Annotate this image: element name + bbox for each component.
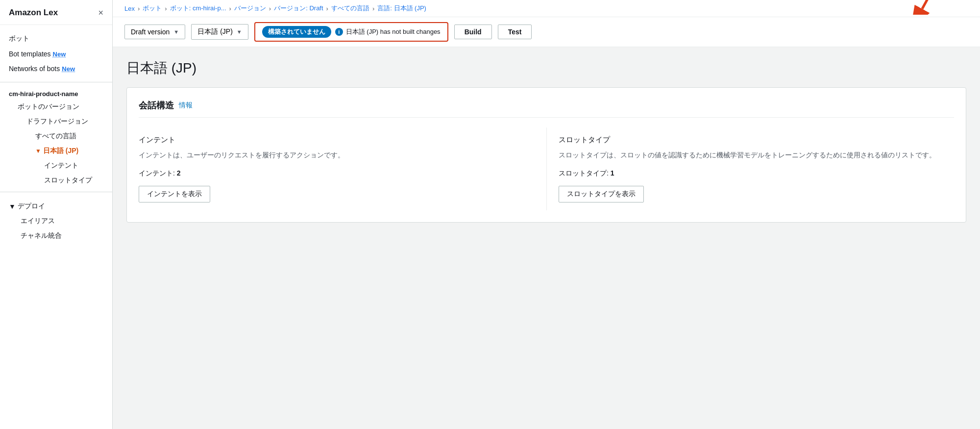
build-status-text: 日本語 (JP) has not built changes [346, 27, 441, 36]
sidebar-item-all-languages[interactable]: すべての言語 [0, 129, 112, 144]
sidebar-title: Amazon Lex [9, 8, 58, 18]
draft-version-select[interactable]: Draft version ▼ [124, 25, 185, 39]
card-info-link[interactable]: 情報 [179, 101, 193, 110]
sidebar-divider [0, 82, 112, 82]
main-content: Lex › ボット › ボット: cm-hirai-p... › バージョン ›… [113, 0, 980, 429]
deploy-arrow-icon: ▼ [9, 202, 16, 210]
draft-version-label: Draft version [131, 28, 170, 36]
language-label: 日本語 (JP) [197, 27, 233, 36]
sidebar-item-bot-versions[interactable]: ボットのバージョン [0, 100, 112, 114]
conversation-structure-card: 会話構造 情報 インテント インテントは、ユーザーのリクエストを履行するアクショ… [126, 87, 966, 223]
view-intents-button[interactable]: インテントを表示 [139, 186, 210, 202]
sidebar-close-button[interactable]: × [98, 8, 103, 17]
breadcrumb-lex[interactable]: Lex [124, 5, 135, 12]
sidebar-header: Amazon Lex × [0, 0, 112, 25]
networks-new-badge: New [62, 65, 75, 73]
sidebar-item-bot-templates[interactable]: Bot templates New [9, 47, 103, 61]
slot-type-count-value: 1 [611, 169, 614, 177]
intent-col-desc: インテントは、ユーザーのリクエストを履行するアクションです。 [139, 150, 535, 160]
sidebar-item-japanese-jp[interactable]: ▼ 日本語 (JP) [0, 144, 112, 158]
breadcrumb-sep-5: › [372, 5, 374, 12]
sidebar-deploy-label: ▼ デプロイ [9, 199, 103, 214]
build-button[interactable]: Build [454, 25, 492, 39]
sidebar-item-networks-of-bots[interactable]: Networks of bots New [9, 61, 103, 76]
sidebar-item-slot-types[interactable]: スロットタイプ [0, 173, 112, 188]
test-button[interactable]: Test [498, 25, 532, 39]
breadcrumb-sep-2: › [229, 5, 231, 12]
sidebar-item-bots[interactable]: ボット [9, 31, 103, 47]
breadcrumb-sep-4: › [326, 5, 328, 12]
card-title: 会話構造 [139, 100, 174, 111]
build-status-badge: 構築されていません [262, 26, 331, 38]
sidebar-top-items: ボット Bot templates New Networks of bots N… [0, 25, 112, 78]
slot-type-col-count: スロットタイプ: 1 [559, 169, 942, 178]
info-icon: i [335, 28, 343, 36]
toolbar: Draft version ▼ 日本語 (JP) ▼ 構築されていません i 日… [113, 17, 980, 47]
breadcrumb-version[interactable]: バージョン [234, 4, 266, 13]
sidebar-item-draft-version[interactable]: ドラフトバージョン [0, 114, 112, 129]
breadcrumb-sep-3: › [269, 5, 271, 12]
language-chevron: ▼ [237, 29, 242, 35]
page-title: 日本語 (JP) [126, 59, 966, 77]
sidebar-divider-2 [0, 192, 112, 192]
sidebar-deploy-section: ▼ デプロイ エイリアス チャネル統合 [0, 196, 112, 246]
sidebar-bot-name: cm-hirai-product-name [0, 86, 112, 100]
language-select[interactable]: 日本語 (JP) ▼ [191, 24, 248, 40]
intent-count-value: 2 [177, 169, 181, 177]
japanese-arrow-icon: ▼ [35, 148, 41, 154]
intent-col-title: インテント [139, 135, 535, 145]
breadcrumb: Lex › ボット › ボット: cm-hirai-p... › バージョン ›… [113, 0, 980, 17]
bot-templates-new-badge: New [53, 50, 66, 58]
build-status-info: i 日本語 (JP) has not built changes [335, 27, 441, 36]
intent-count-label: インテント: [139, 169, 175, 177]
card-grid: インテント インテントは、ユーザーのリクエストを履行するアクションです。 インテ… [139, 127, 954, 210]
slot-type-col-title: スロットタイプ [559, 135, 942, 145]
sidebar-item-intents[interactable]: インテント [0, 158, 112, 173]
card-header: 会話構造 情報 [139, 100, 954, 118]
sidebar-item-alias[interactable]: エイリアス [9, 214, 103, 228]
intents-column: インテント インテントは、ユーザーのリクエストを履行するアクションです。 インテ… [139, 127, 546, 210]
sidebar-item-channel-integration[interactable]: チャネル統合 [9, 228, 103, 243]
breadcrumb-jp[interactable]: 言語: 日本語 (JP) [377, 4, 426, 13]
intent-col-count: インテント: 2 [139, 169, 535, 178]
page-content: 日本語 (JP) 会話構造 情報 インテント インテントは、ユーザーのリクエスト… [113, 47, 980, 429]
breadcrumb-all-lang[interactable]: すべての言語 [331, 4, 369, 13]
build-status-box: 構築されていません i 日本語 (JP) has not built chang… [254, 22, 448, 42]
slot-type-col-desc: スロットタイプは、スロットの値を認識するために機械学習モデルをトレーニングするた… [559, 150, 942, 160]
draft-version-chevron: ▼ [173, 29, 179, 35]
breadcrumb-bot-name[interactable]: ボット: cm-hirai-p... [170, 4, 226, 13]
slot-types-column: スロットタイプ スロットタイプは、スロットの値を認識するために機械学習モデルをト… [546, 127, 954, 210]
sidebar: Amazon Lex × ボット Bot templates New Netwo… [0, 0, 113, 429]
view-slot-types-button[interactable]: スロットタイプを表示 [559, 186, 644, 202]
slot-type-count-label: スロットタイプ: [559, 169, 609, 177]
breadcrumb-bots[interactable]: ボット [143, 4, 162, 13]
breadcrumb-sep-1: › [165, 5, 167, 12]
breadcrumb-draft[interactable]: バージョン: Draft [274, 4, 323, 13]
breadcrumb-sep-0: › [138, 5, 140, 12]
